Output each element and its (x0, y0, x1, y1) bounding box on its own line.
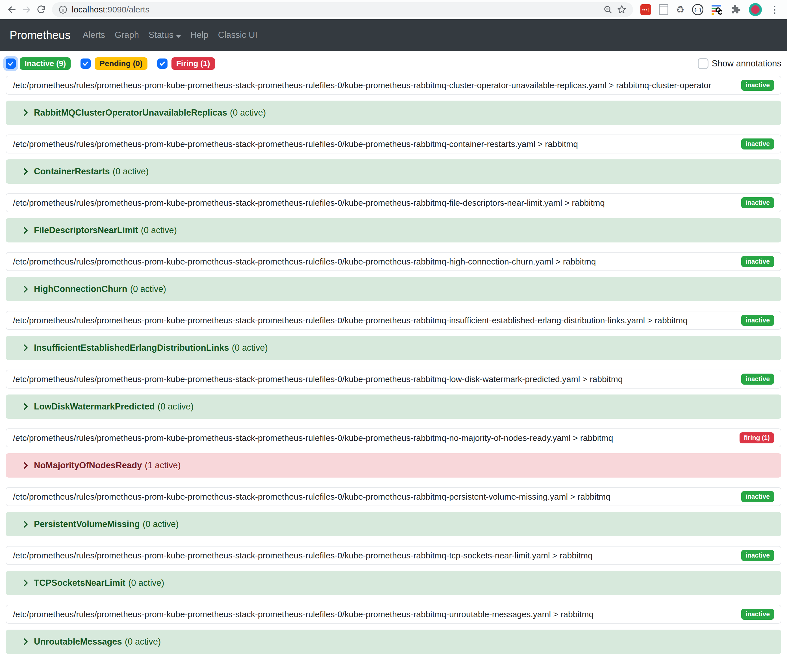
rule-file-row: /etc/prometheus/rules/prometheus-prom-ku… (6, 487, 781, 506)
refresh-icon[interactable] (34, 2, 49, 17)
bookmark-star-icon[interactable] (617, 5, 627, 15)
filter-badge: Inactive (9) (20, 57, 71, 70)
rule-file-row: /etc/prometheus/rules/prometheus-prom-ku… (6, 134, 781, 153)
rule-group: /etc/prometheus/rules/prometheus-prom-ku… (6, 252, 781, 301)
filter-toggle[interactable]: Pending (0) (81, 57, 147, 70)
braces-extension-icon[interactable]: {...} (692, 4, 703, 15)
rule-file-row: /etc/prometheus/rules/prometheus-prom-ku… (6, 605, 781, 624)
chevron-right-icon (22, 461, 29, 470)
alert-name: NoMajorityOfNodesReady (34, 460, 142, 471)
rule-file-path: /etc/prometheus/rules/prometheus-prom-ku… (13, 610, 736, 619)
alert-rule-row[interactable]: UnroutableMessages (0 active) (6, 629, 781, 654)
rule-state-badge: inactive (741, 550, 774, 561)
alert-name: UnroutableMessages (34, 637, 122, 647)
rule-group: /etc/prometheus/rules/prometheus-prom-ku… (6, 311, 781, 360)
rule-state-badge: firing (1) (740, 432, 774, 443)
alert-rule-row[interactable]: TCPSocketsNearLimit (0 active) (6, 571, 781, 595)
rule-state-badge: inactive (741, 256, 774, 267)
alert-rule-row[interactable]: PersistentVolumeMissing (0 active) (6, 512, 781, 536)
nav-link-graph[interactable]: Graph (110, 30, 144, 40)
rule-file-row: /etc/prometheus/rules/prometheus-prom-ku… (6, 370, 781, 389)
zoom-out-icon[interactable] (603, 5, 613, 14)
rule-file-row: /etc/prometheus/rules/prometheus-prom-ku… (6, 311, 781, 330)
chevron-right-icon (22, 637, 29, 646)
filter-badge: Firing (1) (171, 57, 215, 70)
rule-file-path: /etc/prometheus/rules/prometheus-prom-ku… (13, 81, 736, 90)
checkbox-checked-icon[interactable] (157, 59, 168, 69)
rule-group: /etc/prometheus/rules/prometheus-prom-ku… (6, 193, 781, 242)
forward-arrow-icon[interactable] (19, 2, 34, 17)
rule-file-row: /etc/prometheus/rules/prometheus-prom-ku… (6, 193, 781, 212)
password-manager-extension-icon[interactable]: •••| (640, 4, 651, 15)
alert-active-count: (1 active) (145, 460, 180, 471)
alert-active-count: (0 active) (143, 519, 179, 529)
alert-active-count: (0 active) (130, 284, 166, 294)
alert-rule-row[interactable]: ContainerRestarts (0 active) (6, 160, 781, 184)
filter-toggle[interactable]: Inactive (9) (6, 57, 71, 70)
filter-bar: Inactive (9) Pending (0) Firing (1) Show… (6, 55, 781, 72)
chevron-right-icon (22, 402, 29, 411)
alert-rule-row[interactable]: HighConnectionChurn (0 active) (6, 277, 781, 301)
profile-avatar[interactable] (749, 3, 762, 16)
checkbox-checked-icon[interactable] (81, 59, 91, 69)
rule-group: /etc/prometheus/rules/prometheus-prom-ku… (6, 605, 781, 654)
site-info-icon[interactable] (58, 5, 68, 14)
dropdown-caret-icon (176, 35, 181, 38)
alert-active-count: (0 active) (128, 578, 164, 588)
url-bar[interactable]: localhost:9090/alerts (52, 2, 633, 17)
rule-file-path: /etc/prometheus/rules/prometheus-prom-ku… (13, 375, 736, 384)
rule-file-path: /etc/prometheus/rules/prometheus-prom-ku… (13, 198, 736, 208)
nav-link-alerts[interactable]: Alerts (78, 30, 110, 40)
rule-state-badge: inactive (741, 139, 774, 149)
chevron-right-icon (22, 285, 29, 293)
nav-link-status[interactable]: Status (144, 30, 186, 40)
nav-link-classic-ui[interactable]: Classic UI (213, 30, 262, 40)
alert-name: TCPSocketsNearLimit (34, 578, 125, 588)
rule-file-path: /etc/prometheus/rules/prometheus-prom-ku… (13, 257, 736, 267)
alert-rule-row[interactable]: InsufficientEstablishedErlangDistributio… (6, 336, 781, 360)
rule-file-path: /etc/prometheus/rules/prometheus-prom-ku… (13, 316, 736, 325)
rule-file-row: /etc/prometheus/rules/prometheus-prom-ku… (6, 252, 781, 271)
nav-link-help[interactable]: Help (186, 30, 213, 40)
alert-name: HighConnectionChurn (34, 284, 127, 294)
show-annotations-checkbox[interactable] (698, 58, 708, 69)
show-annotations-toggle[interactable]: Show annotations (698, 58, 781, 69)
rule-group: /etc/prometheus/rules/prometheus-prom-ku… (6, 370, 781, 419)
rule-state-badge: inactive (741, 609, 774, 620)
link-checker-extension-icon[interactable] (711, 4, 722, 15)
window-extension-icon[interactable] (659, 4, 668, 15)
url-text: localhost:9090/alerts (72, 5, 149, 14)
alert-active-count: (0 active) (158, 402, 193, 412)
chevron-right-icon (22, 226, 29, 234)
checkbox-checked-icon[interactable] (6, 59, 16, 69)
extensions-puzzle-icon[interactable] (730, 4, 741, 15)
rule-state-badge: inactive (741, 491, 774, 502)
rule-file-row: /etc/prometheus/rules/prometheus-prom-ku… (6, 76, 781, 95)
alert-active-count: (0 active) (230, 108, 266, 118)
alert-active-count: (0 active) (113, 166, 149, 177)
alert-rule-row[interactable]: RabbitMQClusterOperatorUnavailableReplic… (6, 101, 781, 125)
rule-group: /etc/prometheus/rules/prometheus-prom-ku… (6, 428, 781, 478)
alert-name: ContainerRestarts (34, 166, 110, 177)
alert-rule-row[interactable]: NoMajorityOfNodesReady (1 active) (6, 453, 781, 478)
alert-rule-row[interactable]: LowDiskWatermarkPredicted (0 active) (6, 394, 781, 419)
rule-file-path: /etc/prometheus/rules/prometheus-prom-ku… (13, 551, 736, 560)
alert-active-count: (0 active) (232, 343, 268, 353)
rule-file-path: /etc/prometheus/rules/prometheus-prom-ku… (13, 492, 736, 501)
rule-file-path: /etc/prometheus/rules/prometheus-prom-ku… (13, 139, 736, 149)
browser-menu-icon[interactable]: ⋮ (770, 5, 780, 15)
alert-name: InsufficientEstablishedErlangDistributio… (34, 343, 229, 353)
alert-name: PersistentVolumeMissing (34, 519, 140, 529)
recycle-extension-icon[interactable]: ♻ (676, 4, 684, 15)
browser-toolbar: localhost:9090/alerts •••| ♻ {...} ⋮ (0, 0, 787, 19)
alert-name: RabbitMQClusterOperatorUnavailableReplic… (34, 108, 227, 118)
back-arrow-icon[interactable] (5, 2, 19, 17)
brand-prometheus[interactable]: Prometheus (9, 29, 71, 41)
filter-badge: Pending (0) (95, 57, 147, 70)
show-annotations-label: Show annotations (712, 59, 781, 69)
rule-state-badge: inactive (741, 197, 774, 208)
chevron-right-icon (22, 109, 29, 117)
filter-toggle[interactable]: Firing (1) (157, 57, 215, 70)
rule-group: /etc/prometheus/rules/prometheus-prom-ku… (6, 487, 781, 536)
alert-rule-row[interactable]: FileDescriptorsNearLimit (0 active) (6, 218, 781, 242)
